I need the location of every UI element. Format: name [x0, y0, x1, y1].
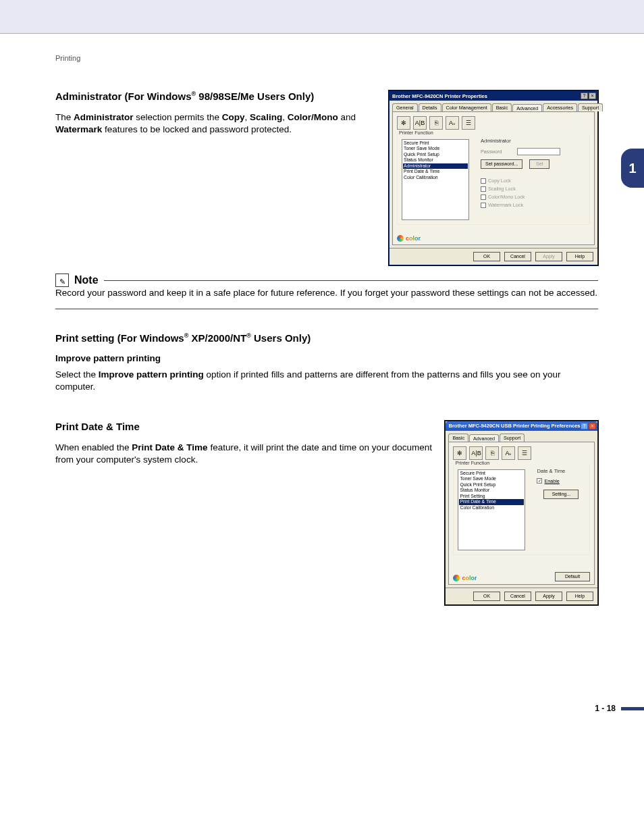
help-button[interactable]: Help	[566, 252, 593, 261]
printer-function-list[interactable]: Secure Print Toner Save Mode Quick Print…	[402, 139, 469, 220]
cancel-button[interactable]: Cancel	[504, 592, 531, 601]
icon-watermark[interactable]: ⎘	[429, 116, 443, 130]
t: ,	[282, 112, 288, 122]
enable-checkbox[interactable]: ✓ Enable	[537, 478, 590, 484]
note-text: Record your password and keep it in a sa…	[55, 287, 598, 299]
tab-support[interactable]: Support	[578, 103, 603, 111]
set-button[interactable]: Set	[529, 159, 549, 169]
checkbox-icon	[481, 194, 486, 200]
setting-button[interactable]: Setting...	[543, 490, 579, 499]
page-body: Printing Administrator (For Windows® 98/…	[0, 34, 644, 727]
default-button[interactable]: Default	[555, 572, 590, 581]
icon-duplex[interactable]: A|B	[413, 116, 427, 130]
checkbox-icon	[481, 186, 486, 192]
list-item[interactable]: Toner Save Mode	[403, 146, 468, 151]
section-administrator-heading: Administrator (For Windows® 98/98SE/Me U…	[55, 90, 379, 102]
list-item[interactable]: Secure Print	[403, 140, 468, 146]
icon-device-options[interactable]: ☰	[462, 116, 475, 130]
advanced-icon-row: ✻ A|B ⎘ Aᵥ ☰	[453, 446, 590, 460]
scaling-lock-checkbox[interactable]: Scaling Lock	[481, 186, 590, 192]
apply-button[interactable]: Apply	[535, 252, 562, 261]
color-mono-lock-checkbox[interactable]: Color/Mono Lock	[481, 194, 590, 200]
icon-watermark[interactable]: ⎘	[485, 446, 499, 460]
checkbox-label: Copy Lock	[488, 178, 511, 184]
note-rule	[104, 280, 598, 281]
checkbox-label: Scaling Lock	[488, 186, 516, 192]
icon-page-setting[interactable]: Aᵥ	[446, 116, 459, 130]
window-title: Brother MFC-9420CN Printer Properties	[392, 93, 487, 99]
copy-lock-checkbox[interactable]: Copy Lock	[481, 178, 590, 184]
section-datetime: Print Date & Time When enabled the Print…	[55, 421, 598, 605]
tab-body: ✻ A|B ⎘ Aᵥ ☰ Printer Function Secure Pri…	[392, 111, 595, 245]
close-button[interactable]: ×	[589, 93, 596, 99]
apply-button[interactable]: Apply	[535, 592, 562, 601]
tab-color-management[interactable]: Color Management	[442, 103, 491, 111]
printer-function-label: Printer Function	[455, 460, 489, 466]
titlebar: Brother MFC-9420CN Printer Properties ? …	[390, 91, 597, 101]
list-item-selected[interactable]: Print Date & Time	[459, 499, 524, 504]
section-administrator: Administrator (For Windows® 98/98SE/Me U…	[55, 90, 598, 265]
help-button[interactable]: ?	[581, 93, 588, 99]
cancel-button[interactable]: Cancel	[504, 252, 531, 261]
list-item[interactable]: Color Calibration	[403, 175, 468, 180]
list-item-selected[interactable]: Administrator	[403, 163, 468, 169]
list-item[interactable]: Quick Print Setup	[459, 482, 524, 488]
t: Select the	[55, 369, 99, 380]
password-input[interactable]	[517, 148, 560, 155]
note-icon: ✎	[55, 273, 69, 287]
list-item[interactable]: Color Calibration	[459, 505, 524, 511]
t: ®	[246, 332, 251, 339]
datetime-panel: Date & Time ✓ Enable Setting...	[537, 468, 590, 499]
list-item[interactable]: Quick Print Setup	[403, 152, 468, 157]
titlebar: Brother MFC-9420CN USB Printer Printing …	[446, 421, 597, 431]
t: Scaling	[250, 112, 282, 122]
t: Users Only)	[251, 332, 311, 344]
t: XP/2000/NT	[188, 332, 246, 344]
t: features to be locked and password prote…	[102, 124, 292, 134]
color-label: color	[462, 575, 477, 581]
tab-general[interactable]: General	[392, 103, 418, 111]
breadcrumb: Printing	[55, 54, 598, 62]
tabstrip: General Details Color Management Basic A…	[390, 101, 597, 111]
close-button[interactable]: ×	[589, 423, 596, 429]
printer-function-list[interactable]: Secure Print Toner Save Mode Quick Print…	[458, 469, 525, 550]
note-label: Note	[74, 274, 99, 286]
set-password-button[interactable]: Set password...	[481, 159, 522, 169]
advanced-icon-row: ✻ A|B ⎘ Aᵥ ☰	[397, 116, 590, 130]
section-datetime-para: When enabled the Print Date & Time featu…	[55, 442, 435, 466]
list-item[interactable]: Toner Save Mode	[459, 476, 524, 481]
checkbox-icon	[481, 203, 486, 208]
help-button[interactable]: ?	[581, 423, 588, 429]
t: Copy	[222, 112, 245, 122]
list-item[interactable]: Status Monitor	[459, 488, 524, 493]
tab-body: ✻ A|B ⎘ Aᵥ ☰ Printer Function Secure Pri…	[448, 442, 595, 585]
enable-label: Enable	[544, 478, 559, 484]
icon-quality[interactable]: ✻	[397, 116, 410, 130]
t: When enabled the	[55, 442, 132, 452]
icon-device-options[interactable]: ☰	[518, 446, 531, 460]
help-button[interactable]: Help	[566, 592, 593, 601]
heading-text-2: 98/98SE/Me Users Only)	[196, 90, 314, 102]
tab-details[interactable]: Details	[419, 103, 441, 111]
password-label: Password	[481, 149, 513, 155]
ok-button[interactable]: OK	[473, 592, 500, 601]
watermark-lock-checkbox[interactable]: Watermark Lock	[481, 202, 590, 208]
tab-support[interactable]: Support	[500, 434, 525, 442]
icon-duplex[interactable]: A|B	[469, 446, 483, 460]
tab-basic[interactable]: Basic	[492, 103, 512, 111]
ok-button[interactable]: OK	[473, 252, 500, 261]
icon-quality[interactable]: ✻	[453, 446, 466, 460]
tab-basic[interactable]: Basic	[448, 434, 468, 442]
checkbox-icon	[481, 178, 486, 184]
list-item[interactable]: Print Setting	[459, 494, 524, 499]
page-number: 1 - 18	[595, 704, 616, 713]
t: Print Date & Time	[132, 442, 207, 452]
tab-accessories[interactable]: Accessories	[543, 103, 577, 111]
list-item[interactable]: Secure Print	[459, 471, 524, 476]
list-item[interactable]: Status Monitor	[403, 157, 468, 163]
heading-text: Administrator (For Windows	[55, 90, 192, 102]
list-item[interactable]: Print Date & Time	[403, 169, 468, 174]
administrator-panel: Administrator Password Set password... S…	[481, 138, 590, 210]
footer-accent-bar	[621, 707, 644, 710]
icon-page-setting[interactable]: Aᵥ	[502, 446, 515, 460]
